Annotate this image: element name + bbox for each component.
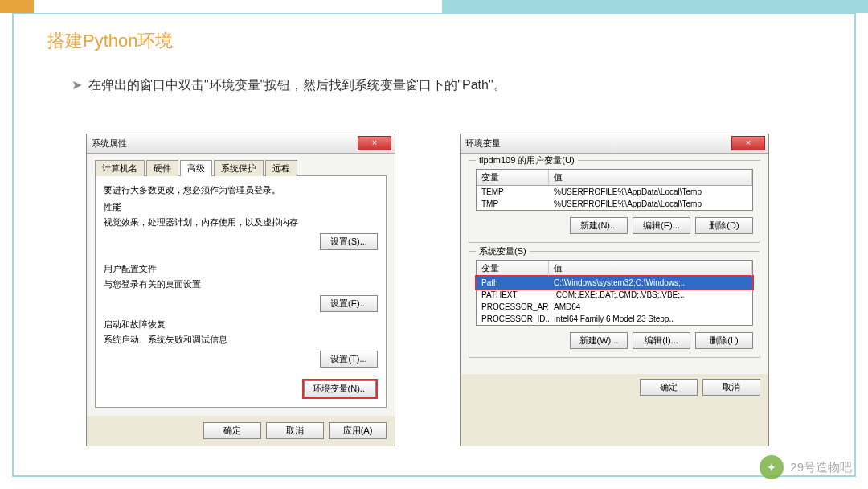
col-value: 值: [549, 261, 752, 276]
table-row[interactable]: PathC:\Windows\system32;C:\Windows;..: [477, 277, 752, 289]
user-vars-table[interactable]: 变量 值 TEMP%USERPROFILE%\AppData\Local\Tem…: [476, 169, 753, 211]
tab-computer[interactable]: 计算机名: [95, 160, 145, 176]
bullet-icon: ➤: [72, 78, 82, 92]
table-header: 变量 值: [477, 170, 752, 186]
dialog-title: 环境变量: [465, 138, 501, 150]
edit-button[interactable]: 编辑(E)...: [633, 217, 690, 234]
env-button-highlight: 环境变量(N)...: [302, 379, 378, 399]
edit-button[interactable]: 编辑(I)...: [633, 332, 690, 349]
startup-title: 启动和故障恢复: [104, 318, 378, 331]
system-properties-dialog: 系统属性 × 计算机名 硬件 高级 系统保护 远程 要进行大多数更改，您必须作为…: [86, 134, 395, 446]
slide-frame: 搭建Python环境 ➤在弹出的窗口中双击"环境变量"按钮，然后找到系统变量窗口…: [12, 13, 856, 477]
col-variable: 变量: [477, 261, 549, 276]
env-vars-dialog: 环境变量 × tipdm109 的用户变量(U) 变量 值 TEMP%USERP…: [460, 134, 769, 446]
perf-desc: 视觉效果，处理器计划，内存使用，以及虚拟内存: [104, 216, 378, 228]
table-row[interactable]: PROCESSOR_AR..AMD64: [477, 301, 752, 313]
cancel-button[interactable]: 取消: [702, 379, 760, 396]
ok-button[interactable]: 确定: [640, 379, 698, 396]
wechat-icon: ✦: [760, 455, 784, 479]
startup-desc: 系统启动、系统失败和调试信息: [104, 334, 378, 346]
tab-hardware[interactable]: 硬件: [146, 160, 178, 176]
close-icon[interactable]: ×: [358, 136, 391, 150]
sys-vars-legend: 系统变量(S): [476, 245, 530, 257]
tab-remote[interactable]: 远程: [265, 160, 297, 176]
dialogs-row: 系统属性 × 计算机名 硬件 高级 系统保护 远程 要进行大多数更改，您必须作为…: [86, 134, 822, 446]
cancel-button[interactable]: 取消: [266, 422, 324, 439]
deco-orange: [0, 0, 34, 13]
tab-protection[interactable]: 系统保护: [214, 160, 264, 176]
perf-title: 性能: [104, 201, 378, 213]
perf-settings-button[interactable]: 设置(S)...: [320, 233, 378, 250]
col-value: 值: [549, 170, 752, 185]
perf-group: 性能 视觉效果，处理器计划，内存使用，以及虚拟内存 设置(S)...: [104, 201, 378, 250]
new-button[interactable]: 新建(N)...: [570, 217, 628, 234]
user-vars-buttons: 新建(N)... 编辑(E)... 删除(D): [476, 217, 753, 234]
table-row[interactable]: TEMP%USERPROFILE%\AppData\Local\Temp: [477, 186, 752, 198]
table-row[interactable]: TMP%USERPROFILE%\AppData\Local\Temp: [477, 198, 752, 210]
dialog-body: tipdm109 的用户变量(U) 变量 值 TEMP%USERPROFILE%…: [461, 154, 768, 374]
sys-vars-buttons: 新建(W)... 编辑(I)... 删除(L): [476, 332, 753, 349]
sys-vars-table[interactable]: 变量 值 PathC:\Windows\system32;C:\Windows;…: [476, 260, 753, 326]
startup-group: 启动和故障恢复 系统启动、系统失败和调试信息 设置(T)...: [104, 318, 378, 368]
table-header: 变量 值: [477, 261, 752, 277]
titlebar: 系统属性 ×: [87, 134, 395, 154]
profile-group: 用户配置文件 与您登录有关的桌面设置 设置(E)...: [104, 257, 378, 318]
dialog-buttons: 确定 取消: [461, 374, 768, 401]
dialog-buttons: 确定 取消 应用(A): [87, 416, 395, 446]
watermark: ✦ 29号造物吧: [760, 455, 852, 479]
tabs: 计算机名 硬件 高级 系统保护 远程: [95, 160, 387, 176]
user-vars-fieldset: tipdm109 的用户变量(U) 变量 值 TEMP%USERPROFILE%…: [469, 160, 760, 243]
delete-button[interactable]: 删除(L): [695, 332, 753, 349]
close-icon[interactable]: ×: [731, 136, 765, 150]
bullet-text: ➤在弹出的窗口中双击"环境变量"按钮，然后找到系统变量窗口下的"Path"。: [72, 77, 506, 94]
ok-button[interactable]: 确定: [203, 422, 261, 439]
env-vars-button[interactable]: 环境变量(N)...: [304, 380, 376, 397]
titlebar: 环境变量 ×: [461, 134, 768, 154]
sys-vars-fieldset: 系统变量(S) 变量 值 PathC:\Windows\system32;C:\…: [469, 251, 760, 358]
delete-button[interactable]: 删除(D): [695, 217, 753, 234]
table-row[interactable]: PATHEXT.COM;.EXE;.BAT;.CMD;.VBS;.VBE;..: [477, 289, 752, 301]
tab-advanced[interactable]: 高级: [180, 160, 212, 176]
profile-settings-button[interactable]: 设置(E)...: [320, 295, 378, 312]
watermark-text: 29号造物吧: [790, 460, 852, 475]
table-row[interactable]: PROCESSOR_ID..Intel64 Family 6 Model 23 …: [477, 313, 752, 325]
dialog-body: 计算机名 硬件 高级 系统保护 远程 要进行大多数更改，您必须作为管理员登录。 …: [87, 154, 395, 416]
user-vars-legend: tipdm109 的用户变量(U): [476, 154, 578, 166]
startup-settings-button[interactable]: 设置(T)...: [320, 351, 378, 368]
deco-cyan: [442, 0, 868, 13]
profile-title: 用户配置文件: [104, 263, 378, 275]
profile-desc: 与您登录有关的桌面设置: [104, 278, 378, 290]
new-button[interactable]: 新建(W)...: [570, 332, 628, 349]
slide-title: 搭建Python环境: [47, 29, 174, 53]
admin-note: 要进行大多数更改，您必须作为管理员登录。: [104, 184, 378, 196]
dialog-title: 系统属性: [92, 138, 127, 150]
tab-body: 要进行大多数更改，您必须作为管理员登录。 性能 视觉效果，处理器计划，内存使用，…: [95, 175, 387, 408]
apply-button[interactable]: 应用(A): [329, 422, 387, 439]
col-variable: 变量: [477, 170, 549, 185]
bullet-content: 在弹出的窗口中双击"环境变量"按钮，然后找到系统变量窗口下的"Path"。: [88, 78, 506, 92]
